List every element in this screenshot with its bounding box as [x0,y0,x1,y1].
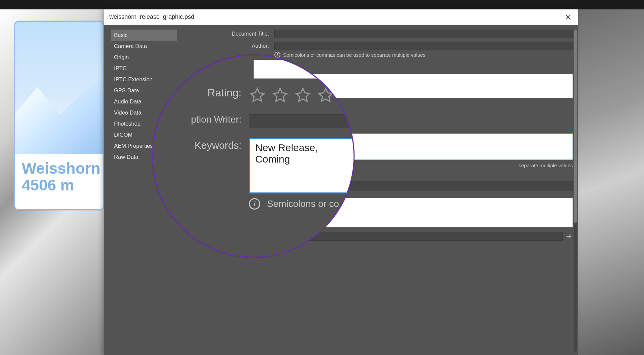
thumbnail-title-line1: Weisshorn [22,160,96,176]
magnifier-row-hint: i Semicolons or co [153,198,354,210]
category-item[interactable]: GPS Data [111,85,177,96]
thumbnail-card: Weisshorn 4506 m [14,21,104,210]
magnifier-hint-text: Semicolons or co [267,198,339,209]
label-document-title: Document Title: [184,30,274,37]
dialog-filename: weisshorn_release_graphic.psd [109,13,194,20]
category-item[interactable]: Camera Data [111,41,177,52]
input-author[interactable] [274,42,573,50]
category-item[interactable]: IPTC Extension [111,74,177,85]
star-icon[interactable] [249,87,266,103]
category-item[interactable]: Origin [111,52,177,63]
hint-author-text: Semicolons or commas can be used to sepa… [283,52,425,58]
magnifier-label-keywords: Keywords: [153,138,249,151]
magnifier-overlay: Rating: ption Writer: Keywords: New Rele… [152,55,355,258]
rating-stars[interactable] [249,87,334,103]
category-item[interactable]: IPTC [111,63,177,74]
magnifier-input-keywords[interactable]: New Release, Coming [249,138,354,193]
dialog-scroll-thumb[interactable] [574,30,577,223]
dialog-scrollbar[interactable] [574,30,577,352]
thumbnail-caption: Weisshorn 4506 m [15,154,103,209]
star-icon[interactable] [272,87,288,103]
thumbnail-title-line2: 4506 m [22,176,96,194]
go-url-icon[interactable] [563,233,573,240]
magnifier-row-description-writer: ption Writer: [153,114,354,128]
row-document-title: Document Title: [184,30,573,38]
dialog-titlebar: weisshorn_release_graphic.psd [104,9,578,25]
magnifier-row-rating: Rating: [153,87,354,103]
close-icon[interactable] [564,12,573,22]
background-right [578,9,644,355]
star-icon[interactable] [294,87,311,103]
info-icon: i [249,198,260,210]
magnifier-input-description-writer[interactable] [249,114,350,128]
magnifier-label-description-writer: ption Writer: [153,114,249,125]
magnifier-row-keywords: Keywords: New Release, Coming [153,138,354,193]
label-author: Author: [184,42,274,49]
magnifier-hint: i Semicolons or co [249,198,339,210]
hint-author: i Semicolons or commas can be used to se… [274,52,573,58]
category-item[interactable]: Basic [111,30,177,41]
hint-keywords-text: separate multiple values [519,163,573,168]
input-document-title[interactable] [274,30,573,38]
magnifier-content: Rating: ption Writer: Keywords: New Rele… [153,56,354,257]
